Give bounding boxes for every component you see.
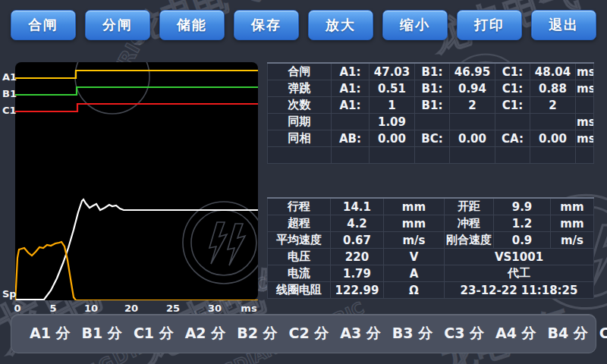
table-cell <box>332 147 370 164</box>
table-cell: 电压 <box>268 249 331 265</box>
zoom-in-button[interactable]: 放大 <box>308 10 373 40</box>
table-cell: 0.88 <box>530 80 576 97</box>
store-energy-button[interactable]: 储能 <box>159 10 225 40</box>
table-cell: C1: <box>495 80 530 97</box>
brand-logo-watermark-icon <box>75 62 258 284</box>
table-row: 同相AB:0.00BC:0.00CA:0.00ms <box>268 130 594 147</box>
series-contact-B1 <box>15 87 258 95</box>
table-cell <box>530 114 576 130</box>
table-cell: 超程 <box>268 215 331 232</box>
table-row <box>268 147 594 164</box>
x-tick-label: 30 <box>208 303 222 314</box>
table-cell: B1: <box>415 80 450 97</box>
table-cell: ms <box>576 80 594 97</box>
table-cell: m/s <box>551 232 594 249</box>
table-cell: mm <box>384 215 445 232</box>
table-cell: 同相 <box>268 130 332 147</box>
table-row: 次数A1:1B1:2C1:2 <box>268 97 594 114</box>
table-row: 弹跳A1:0.51B1:0.94C1:0.88ms <box>268 80 594 97</box>
exit-button[interactable]: 退出 <box>531 10 596 40</box>
table-cell: ms <box>576 114 594 130</box>
print-button[interactable]: 打印 <box>457 10 522 40</box>
phase-state-item: B1 分 <box>82 324 122 344</box>
x-tick-label: ms <box>241 303 256 314</box>
table-cell <box>495 147 530 164</box>
table-cell: 行程 <box>268 198 331 215</box>
waveform-plot <box>15 62 258 300</box>
x-tick-label: 20 <box>124 303 138 314</box>
open-button[interactable]: 分闸 <box>85 10 150 40</box>
table-cell <box>415 114 450 130</box>
phase-state-item: C4 分 <box>599 324 607 344</box>
save-button[interactable]: 保存 <box>234 10 299 40</box>
table-cell: 0.00 <box>370 130 415 147</box>
device-screen: 龙电电气 LONGDIAN ELECTRIC 龙电电气 LONGDIAN ELE… <box>0 0 607 364</box>
table-cell: B1: <box>415 63 450 80</box>
table-cell: 47.03 <box>370 63 415 80</box>
table-cell: 电流 <box>268 265 331 282</box>
x-tick-label: 0 <box>14 303 20 314</box>
table-cell: m/s <box>384 232 445 249</box>
table-cell: mm <box>551 198 594 215</box>
table-row: 电流1.79A代工 <box>268 265 594 282</box>
table-cell: 122.99 <box>331 282 384 299</box>
toolbar: 合闸分闸储能保存放大缩小打印退出 <box>11 10 596 40</box>
table-cell <box>268 147 332 164</box>
table-cell: 1.79 <box>331 265 384 282</box>
phase-state-item: C3 分 <box>444 324 484 344</box>
series-travel <box>15 199 258 300</box>
series-speed <box>15 242 258 300</box>
table-row: 电压220VVS1001 <box>268 249 594 265</box>
table-row: 超程4.2mm冲程1.2mm <box>268 215 594 232</box>
table-cell: 冲程 <box>445 215 494 232</box>
status-bar: A1 分B1 分C1 分A2 分B2 分C2 分A3 分B3 分C3 分A4 分… <box>11 314 596 353</box>
table-cell: A1: <box>332 63 370 80</box>
table-cell: 1 <box>370 97 415 114</box>
phase-label-C1: C1 <box>2 105 17 116</box>
table-cell: B1: <box>415 97 450 114</box>
table-cell: AB: <box>332 130 370 147</box>
table-cell: 0.51 <box>370 80 415 97</box>
phase-state-list: A1 分B1 分C1 分A2 分B2 分C2 分A3 分B3 分C3 分A4 分… <box>30 324 607 344</box>
table-cell-merged: VS1001 <box>445 249 594 265</box>
table-cell: 14.1 <box>331 198 384 215</box>
phase-state-item: A1 分 <box>30 324 71 344</box>
table-cell: V <box>384 249 445 265</box>
table-row: 线圈电阻122.99Ω23-12-22 11:18:25 <box>268 282 594 299</box>
table-cell: 1.09 <box>370 114 415 130</box>
x-tick-label: 5 <box>49 303 56 314</box>
table-row: 行程14.1mm开距9.9mm <box>268 198 594 215</box>
phase-label-A1: A1 <box>2 71 17 83</box>
table-cell <box>576 97 594 114</box>
phase-state-item: C2 分 <box>289 324 329 344</box>
table-cell <box>450 114 495 130</box>
table-cell: A <box>384 265 445 282</box>
zoom-out-button[interactable]: 缩小 <box>382 10 448 40</box>
table-cell <box>576 147 594 164</box>
phase-state-item: B4 分 <box>548 324 588 344</box>
table-cell: 刚合速度 <box>445 232 494 249</box>
table-cell: 0.94 <box>450 80 495 97</box>
table-cell: mm <box>384 198 445 215</box>
table-cell: 9.9 <box>494 198 551 215</box>
table-cell: 2 <box>450 97 495 114</box>
table-row: 同期1.09ms <box>268 114 594 130</box>
table-cell <box>495 114 530 130</box>
table-cell: 0.9 <box>494 232 551 249</box>
close-button[interactable]: 合闸 <box>11 10 76 40</box>
table-cell <box>415 147 450 164</box>
table-row: 平均速度0.67m/s刚合速度0.9m/s <box>268 232 594 249</box>
phase-state-item: A3 分 <box>340 324 381 344</box>
table-cell: ms <box>576 63 594 80</box>
phase-state-item: B2 分 <box>237 324 277 344</box>
table-cell: CA: <box>495 130 530 147</box>
phase-state-item: A4 分 <box>495 324 536 344</box>
phase-state-item: A2 分 <box>185 324 226 344</box>
table-cell-merged: 代工 <box>445 265 594 282</box>
series-contact-A1 <box>15 71 258 78</box>
table-cell <box>530 147 576 164</box>
x-tick-label: 25 <box>166 303 180 314</box>
table-cell: A1: <box>332 80 370 97</box>
x-axis: 0510202530ms <box>15 303 258 315</box>
table-cell: ms <box>576 130 594 147</box>
